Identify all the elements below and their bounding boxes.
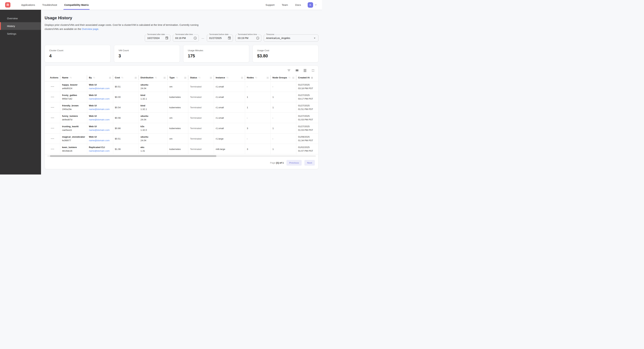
- nav-link-docs[interactable]: Docs: [292, 3, 304, 6]
- node-groups-count: 1: [272, 127, 296, 130]
- cell-name: friendly_brown1f40a19e: [60, 102, 87, 112]
- column-menu-icon[interactable]: [266, 77, 269, 78]
- user-email-link[interactable]: name@domain.com: [89, 150, 113, 152]
- calendar-icon[interactable]: [165, 36, 168, 40]
- cell-cost: $0.00: [113, 92, 139, 102]
- timezone-select[interactable]: Timezone America/Los_Angeles: [264, 34, 318, 42]
- column-header-by[interactable]: By: [87, 74, 113, 81]
- row-actions-button[interactable]: [50, 148, 55, 150]
- row-actions-button[interactable]: [50, 127, 55, 130]
- nodes-count: -: [247, 137, 270, 140]
- row-actions-button[interactable]: [50, 85, 55, 88]
- column-header-node-groups[interactable]: Node Groups: [271, 74, 296, 81]
- cluster-id: 995b7182: [62, 97, 87, 100]
- nav-link-team[interactable]: Team: [278, 3, 292, 6]
- cell-node-groups: 1: [271, 102, 296, 112]
- field-value: America/Los_Angeles: [266, 37, 312, 39]
- column-menu-icon[interactable]: [210, 77, 212, 78]
- cell-instance: r1.small: [214, 102, 245, 112]
- user-email-link[interactable]: name@domain.com: [89, 97, 113, 100]
- nav-right-links: SupportTeamDocs K: [262, 2, 317, 8]
- overview-page-link[interactable]: Overview page: [82, 28, 98, 30]
- clock-icon[interactable]: [256, 36, 260, 40]
- terminated-before-date-field[interactable]: Terminated before date 01/27/2025: [207, 34, 233, 42]
- column-header-cost[interactable]: Cost: [113, 74, 139, 81]
- terminated-after-date-field[interactable]: Terminated after date 10/27/2024: [145, 34, 170, 42]
- columns-icon[interactable]: [295, 69, 299, 72]
- sidebar-item-history[interactable]: History: [0, 22, 41, 30]
- cluster-id: de9ed87d: [62, 118, 87, 121]
- user-email-link[interactable]: name@domain.com: [89, 118, 113, 121]
- type-value: vm: [169, 117, 188, 119]
- created-time: 03:17 PM PST: [298, 97, 318, 100]
- column-header-label: Cost: [115, 76, 120, 79]
- user-email-link[interactable]: name@domain.com: [89, 108, 113, 110]
- instance-type: r1.small: [216, 106, 245, 109]
- cell-status: Terminated: [188, 113, 214, 123]
- cell-created-at: 01/27/202501:51 PM PST: [296, 102, 318, 112]
- avatar[interactable]: K: [308, 2, 313, 8]
- sidebar-item-overview[interactable]: Overview: [0, 14, 41, 22]
- user-email-link[interactable]: name@domain.com: [89, 129, 113, 131]
- cell-status: Terminated: [188, 144, 214, 154]
- next-page-button[interactable]: Next: [304, 160, 315, 166]
- density-icon[interactable]: [303, 69, 307, 72]
- calendar-icon[interactable]: [228, 36, 231, 40]
- status-badge: Terminated: [190, 137, 214, 140]
- column-header-instance[interactable]: Instance: [214, 74, 245, 81]
- previous-page-button[interactable]: Previous: [286, 160, 302, 166]
- dropdown-arrow-icon[interactable]: [313, 36, 316, 40]
- node-groups-count: 1: [272, 96, 296, 98]
- nav-tab-troubleshoot[interactable]: Troubleshoot: [39, 0, 61, 10]
- table-header-row: ActionsNameByCostDistributionTypeStatusI…: [45, 74, 318, 81]
- column-header-nodes[interactable]: Nodes: [245, 74, 271, 81]
- date-range-dash: —: [201, 37, 204, 40]
- top-navbar: R ApplicationsTroubleshootCompatibility …: [0, 0, 322, 10]
- stat-value: $3.80: [257, 53, 314, 58]
- fullscreen-icon[interactable]: [311, 69, 315, 72]
- column-header-actions: Actions: [45, 74, 60, 81]
- filter-icon[interactable]: [287, 69, 291, 72]
- cell-status: Terminated: [188, 133, 214, 144]
- stat-value: 4: [49, 53, 106, 58]
- terminated-before-time-field[interactable]: Terminated before time 03:19 PM: [235, 34, 261, 42]
- cell-node-groups: 1: [271, 123, 296, 133]
- replicated-logo[interactable]: R: [5, 2, 10, 7]
- cost-value: $0.54: [115, 106, 138, 109]
- column-header-distribution[interactable]: Distribution: [139, 74, 168, 81]
- scrollbar-thumb[interactable]: [50, 155, 216, 157]
- column-header-type[interactable]: Type: [168, 74, 188, 81]
- column-menu-icon[interactable]: [164, 77, 166, 78]
- cell-actions: [45, 133, 60, 144]
- cluster-id: fe3f8977: [62, 139, 87, 142]
- column-header-status[interactable]: Status: [188, 74, 214, 81]
- chevron-down-icon[interactable]: [314, 3, 317, 6]
- nodes-count: 1: [247, 96, 270, 98]
- row-actions-button[interactable]: [50, 116, 55, 119]
- user-email-link[interactable]: name@domain.com: [89, 139, 113, 142]
- row-actions-button[interactable]: [50, 96, 55, 98]
- sort-icon: [70, 76, 72, 79]
- nav-tab-compatibility-matrix[interactable]: Compatibility Matrix: [61, 0, 92, 10]
- terminated-after-time-field[interactable]: Terminated after time 03:19 PM: [173, 34, 199, 42]
- row-actions-button[interactable]: [50, 137, 55, 140]
- nav-tab-applications[interactable]: Applications: [18, 0, 39, 10]
- date-filters: Terminated after date 10/27/2024 Termina…: [44, 34, 318, 42]
- clock-icon[interactable]: [194, 36, 197, 40]
- cell-cost: $0.54: [113, 102, 139, 112]
- created-date: 01/27/2025: [298, 94, 318, 96]
- column-menu-icon[interactable]: [292, 77, 294, 78]
- sidebar: OverviewHistorySettings: [0, 10, 41, 174]
- cell-actions: [45, 81, 60, 92]
- column-menu-icon[interactable]: [135, 77, 137, 78]
- type-value: kubernetes: [169, 148, 188, 150]
- nav-link-support[interactable]: Support: [262, 3, 278, 6]
- sidebar-item-settings[interactable]: Settings: [0, 30, 41, 37]
- user-email-link[interactable]: name@domain.com: [89, 87, 113, 90]
- column-menu-icon[interactable]: [184, 77, 186, 78]
- column-menu-icon[interactable]: [109, 77, 111, 78]
- column-header-name[interactable]: Name: [60, 74, 87, 81]
- column-header-created-at[interactable]: Created At: [296, 74, 318, 81]
- row-actions-button[interactable]: [50, 106, 55, 109]
- column-menu-icon[interactable]: [241, 77, 243, 78]
